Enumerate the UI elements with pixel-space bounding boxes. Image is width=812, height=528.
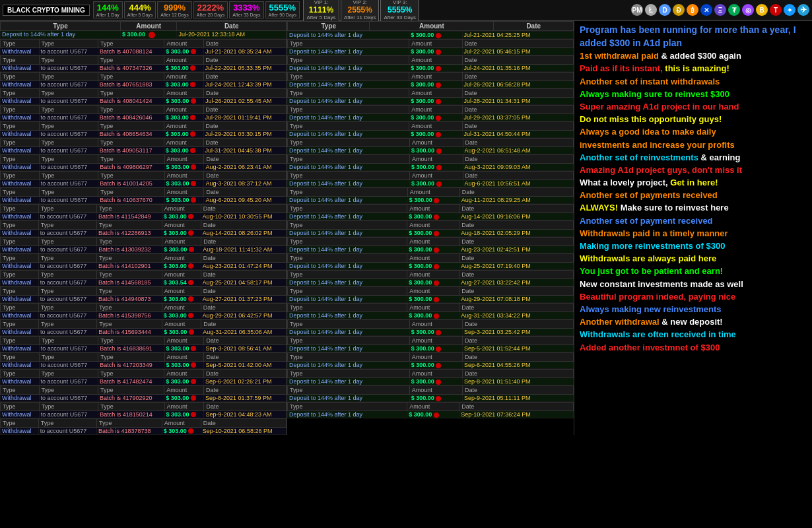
usdt-icon[interactable]: ₮ bbox=[728, 4, 740, 16]
row-batch: Batch is 407347326 bbox=[98, 64, 164, 71]
msg-13: Another set of payments received bbox=[580, 189, 807, 201]
col-date: Date bbox=[459, 188, 573, 197]
col-type: Type bbox=[288, 106, 409, 114]
row-batch: Batch is 408426046 bbox=[98, 114, 164, 121]
withdrawal-group: Type Type Type Amount Date Withdrawal to… bbox=[0, 303, 287, 319]
col-type: Type bbox=[288, 287, 407, 296]
status-dot bbox=[436, 33, 441, 38]
row-date: Aug-2-2021 06:23:41 AM bbox=[204, 163, 287, 170]
table-row: Deposit to 144% after 1 day $ 300.00 Jul… bbox=[288, 114, 574, 121]
trx-icon[interactable]: T bbox=[770, 4, 782, 16]
col-date: Date bbox=[203, 88, 286, 97]
col-date: Date bbox=[203, 121, 286, 130]
col-type2: Type bbox=[38, 303, 96, 312]
msg-12b: Get in here! bbox=[670, 178, 718, 187]
dep-amount: $ 300.00 bbox=[407, 263, 459, 270]
ltc-icon[interactable]: Ł bbox=[645, 4, 657, 16]
row-amount: $ 303.00 bbox=[164, 147, 203, 154]
dep-amount: $ 300.00 bbox=[409, 32, 462, 39]
status-dot bbox=[190, 131, 195, 137]
col-amount: Amount bbox=[409, 139, 463, 147]
col-amount: Amount bbox=[162, 237, 201, 246]
table-row: Deposit to 144% after 1 day $ 300.00 Sep… bbox=[288, 395, 574, 402]
table-row: Withdrawal to account U5677 Batch is 414… bbox=[1, 295, 287, 302]
col-type: Type bbox=[288, 254, 407, 263]
logo[interactable]: BLACK CRYPTO MINING bbox=[3, 5, 90, 16]
col-type: Type bbox=[1, 121, 40, 130]
col-amount: Amount bbox=[164, 88, 204, 97]
table-row: Withdrawal to account U5677 Batch is 410… bbox=[1, 196, 287, 203]
telegram-icon[interactable]: ✈ bbox=[797, 4, 809, 16]
sub-header-row: Type Amount Date bbox=[288, 254, 574, 263]
withdrawal-group: Type Type Type Amount Date Withdrawal to… bbox=[0, 55, 287, 72]
btc-icon[interactable]: ₿ bbox=[687, 4, 698, 16]
col-date: Date bbox=[201, 204, 286, 213]
eth-icon[interactable]: Ξ bbox=[714, 4, 726, 16]
xlm-icon[interactable]: ✦ bbox=[784, 4, 795, 16]
dep-date: Aug-14-2021 09:16:06 PM bbox=[459, 213, 574, 220]
row-amount: $ 303.00 bbox=[164, 361, 204, 368]
xrp-icon[interactable]: ✕ bbox=[700, 4, 712, 16]
doge-icon[interactable]: Ð bbox=[673, 4, 685, 16]
table-row: Deposit to 144% after 1 day $ 300.00 Aug… bbox=[288, 230, 574, 237]
row-batch: Batch is 409806297 bbox=[98, 163, 164, 170]
col-amount: Amount bbox=[164, 171, 204, 180]
pm-icon[interactable]: PM bbox=[631, 4, 643, 16]
col-date: Date bbox=[463, 337, 574, 345]
status-dot bbox=[190, 65, 195, 71]
col-amount: Amount bbox=[409, 122, 462, 131]
col-type: Type bbox=[288, 337, 410, 345]
status-dot bbox=[189, 247, 194, 252]
row-account: to account U5677 bbox=[39, 394, 98, 401]
row-date: Aug-31-2021 06:35:06 AM bbox=[201, 328, 287, 335]
sol-icon[interactable]: ◎ bbox=[742, 4, 754, 16]
row-amount: $ 303.00 bbox=[162, 295, 201, 302]
col-type: Type bbox=[1, 22, 121, 31]
col-type: Type bbox=[1, 385, 40, 394]
dep-type: Deposit to 144% after 1 day bbox=[288, 395, 410, 402]
status-dot bbox=[434, 280, 439, 286]
col-amount: Amount bbox=[407, 287, 459, 296]
col-amount: Amount bbox=[409, 370, 462, 378]
col-type2: Type bbox=[38, 319, 96, 328]
row-account: to account U5677 bbox=[39, 163, 98, 170]
dep-amount: $ 300.00 bbox=[409, 180, 463, 187]
table-row: Deposit to 144% after 1 day $ 300.00 Jul… bbox=[288, 98, 574, 105]
dep-type: Deposit to 144% after 1 day bbox=[288, 362, 410, 369]
col-amount: Amount bbox=[409, 56, 462, 65]
withdrawal-group: Type Type Type Amount Date Withdrawal to… bbox=[0, 286, 287, 303]
col-amount: Amount bbox=[164, 154, 204, 163]
row-action: Withdrawal bbox=[1, 229, 39, 236]
table-row: Withdrawal to account U5677 Batch is 412… bbox=[1, 229, 287, 236]
row-amount: $ 303.00 bbox=[164, 97, 204, 104]
col-amount: Amount bbox=[164, 352, 204, 361]
bnb-icon[interactable]: B bbox=[756, 4, 768, 16]
col-amount: Amount bbox=[164, 138, 203, 147]
row-action: Withdrawal bbox=[1, 394, 40, 401]
sub-header-row: Type Type Type Amount Date bbox=[1, 39, 287, 48]
sub-header-row: Type Type Type Amount Date bbox=[1, 220, 287, 229]
msg-10a: Another set of reinvestments bbox=[580, 152, 698, 162]
stat-999: 999% After 12 Days bbox=[157, 1, 191, 18]
msg-5: Always making sure to reinvest $300 bbox=[580, 88, 807, 100]
col-amount: Amount bbox=[164, 39, 204, 48]
col-type3: Type bbox=[97, 303, 162, 312]
dep-type: Deposit to 144% after 1 day bbox=[288, 411, 407, 418]
table-row: Deposit to 144% after 1 day $ 300.00 Aug… bbox=[288, 213, 574, 220]
col-type: Type bbox=[1, 72, 40, 81]
msg-14b: Make sure to reinvest here bbox=[618, 203, 729, 213]
row-account: to account U5677 bbox=[38, 427, 96, 434]
table-row: Withdrawal to account U5677 Batch is 414… bbox=[1, 262, 287, 269]
row-amount: $ 303.00 bbox=[162, 312, 201, 319]
deposit-group: Type Amount Date Deposit to 144% after 1… bbox=[287, 39, 574, 55]
col-date: Date bbox=[463, 353, 574, 362]
msg-25: Added another investmnet of $300 bbox=[580, 342, 807, 354]
col-amount: Amount bbox=[162, 253, 201, 262]
dash-icon[interactable]: D bbox=[659, 4, 671, 16]
col-type3: Type bbox=[97, 286, 162, 295]
deposit-group: Type Amount Date Deposit to 144% after 1… bbox=[287, 336, 574, 352]
col-date: Date bbox=[203, 72, 286, 81]
withdrawal-group: Type Type Type Amount Date Withdrawal to… bbox=[0, 138, 287, 154]
table-row: Deposit to 144% after 1 day $ 300.00 Sep… bbox=[288, 345, 574, 352]
sub-header-row: Type Type Type Amount Date bbox=[1, 369, 287, 378]
